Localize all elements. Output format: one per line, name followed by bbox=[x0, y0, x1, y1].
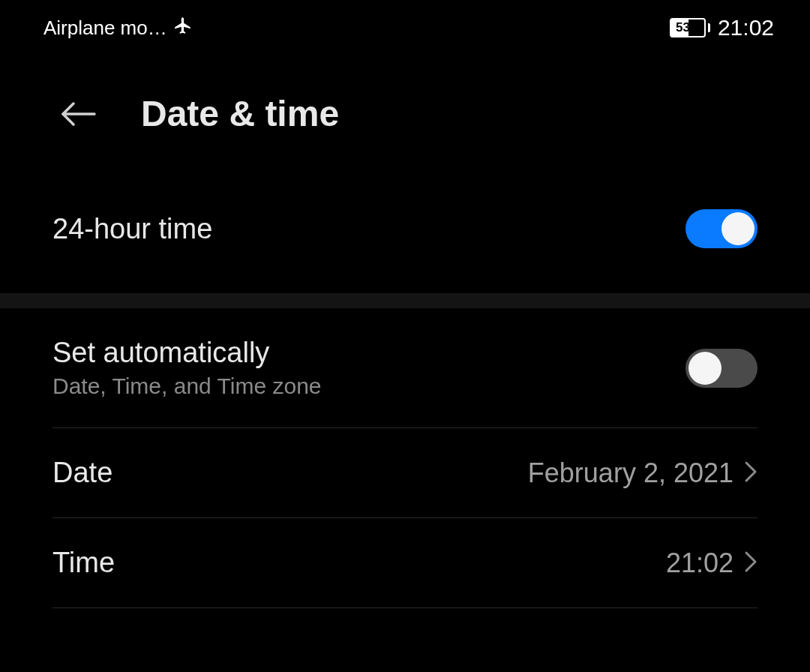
row-date[interactable]: Date February 2, 2021 bbox=[0, 428, 810, 518]
status-clock: 21:02 bbox=[718, 15, 774, 40]
status-right: 53 21:02 bbox=[670, 15, 774, 40]
row-label-time: Time bbox=[52, 547, 115, 579]
row-time[interactable]: Time 21:02 bbox=[0, 518, 810, 608]
back-button[interactable] bbox=[60, 99, 96, 129]
divider bbox=[52, 608, 758, 608]
row-label-set-auto: Set automatically bbox=[52, 337, 322, 369]
row-set-automatically[interactable]: Set automatically Date, Time, and Time z… bbox=[0, 308, 810, 428]
toggle-set-automatically[interactable] bbox=[686, 349, 758, 388]
airplane-icon bbox=[173, 16, 193, 40]
row-value-date: February 2, 2021 bbox=[528, 458, 734, 489]
header: Date & time bbox=[0, 48, 810, 164]
row-label-date: Date bbox=[52, 457, 112, 489]
row-subtitle-set-auto: Date, Time, and Time zone bbox=[52, 374, 322, 399]
row-label-24h: 24-hour time bbox=[52, 213, 212, 245]
battery-icon: 53 bbox=[670, 18, 710, 38]
row-24-hour-time[interactable]: 24-hour time bbox=[0, 164, 810, 293]
status-left: Airplane mo… bbox=[44, 16, 193, 40]
chevron-right-icon bbox=[744, 460, 758, 486]
toggle-24-hour-time[interactable] bbox=[686, 209, 758, 248]
section-divider bbox=[0, 293, 810, 308]
status-text: Airplane mo… bbox=[44, 16, 167, 40]
row-value-time: 21:02 bbox=[666, 548, 734, 579]
page-title: Date & time bbox=[141, 93, 339, 134]
status-bar: Airplane mo… 53 21:02 bbox=[0, 0, 810, 48]
battery-level: 53 bbox=[676, 20, 690, 35]
chevron-right-icon bbox=[744, 550, 758, 576]
